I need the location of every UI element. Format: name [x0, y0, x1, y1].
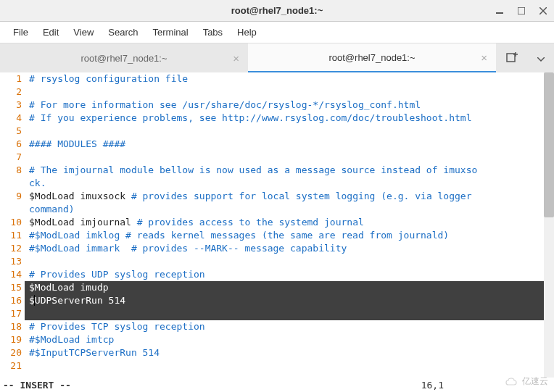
- watermark: 亿速云: [505, 375, 548, 388]
- new-tab-button[interactable]: [506, 51, 518, 65]
- line-number: 7: [0, 151, 22, 164]
- line-number: 4: [0, 112, 22, 125]
- line-number: 19: [0, 333, 22, 346]
- menu-help[interactable]: Help: [230, 24, 264, 41]
- comment-text: # For more information see /usr/share/do…: [29, 99, 421, 110]
- menu-search[interactable]: Search: [101, 24, 145, 41]
- line-number: 21: [0, 359, 22, 372]
- comment-text: #$ModLoad imtcp: [29, 334, 114, 345]
- cursor-position: 16,1: [421, 380, 444, 391]
- tab-label: root@rhel7_node1:~: [328, 52, 415, 63]
- terminal-tab-1[interactable]: root@rhel7_node1:~ ×: [0, 43, 248, 72]
- code-line[interactable]: command): [25, 203, 544, 216]
- line-number: 18: [0, 320, 22, 333]
- close-icon: [539, 7, 547, 14]
- vertical-scrollbar[interactable]: [544, 72, 554, 378]
- line-number: 10: [0, 216, 22, 229]
- tabbar: root@rhel7_node1:~ × root@rhel7_node1:~ …: [0, 43, 554, 72]
- editor-area[interactable]: 123456789101112131415161718192021 # rsys…: [0, 72, 554, 378]
- vim-mode: -- INSERT --: [3, 380, 71, 391]
- code-line[interactable]: #$ModLoad imtcp: [25, 333, 544, 346]
- code-line[interactable]: #### MODULES ####: [25, 138, 544, 151]
- menu-tabs[interactable]: Tabs: [196, 24, 230, 41]
- comment-text: command): [29, 204, 75, 214]
- code-line[interactable]: [25, 151, 544, 164]
- tab-menu-button[interactable]: [537, 52, 545, 64]
- line-number: [0, 203, 22, 216]
- menu-edit[interactable]: Edit: [36, 24, 66, 41]
- line-number: 8: [0, 164, 22, 177]
- scrollbar-thumb[interactable]: [544, 72, 554, 217]
- watermark-text: 亿速云: [522, 375, 548, 388]
- code-line[interactable]: # If you experience problems, see http:/…: [25, 112, 544, 125]
- code-line[interactable]: [25, 255, 544, 268]
- code-content[interactable]: # rsyslog configuration file# For more i…: [25, 72, 544, 372]
- comment-text: # Provides TCP syslog reception: [29, 321, 205, 332]
- window-title: root@rhel7_node1:~: [231, 5, 323, 16]
- maximize-icon: [518, 7, 525, 14]
- code-text: $ModLoad imjournal: [29, 217, 137, 228]
- line-number: 5: [0, 125, 22, 138]
- comment-text: #$InputTCPServerRun 514: [29, 347, 160, 358]
- minimize-icon: [496, 7, 503, 14]
- comment-text: # The imjournal module bellow is now use…: [29, 164, 477, 175]
- maximize-button[interactable]: [510, 0, 532, 22]
- comment-text: # provides access to the systemd journal: [137, 217, 364, 228]
- code-line[interactable]: #$InputTCPServerRun 514: [25, 346, 544, 359]
- comment-text: ck.: [29, 178, 46, 188]
- code-line[interactable]: # Provides TCP syslog reception: [25, 320, 544, 333]
- tab-close-button[interactable]: ×: [481, 51, 487, 64]
- comment-text: # provides support for local system logg…: [131, 191, 477, 201]
- line-number: 13: [0, 255, 22, 268]
- code-line[interactable]: ck.: [25, 177, 544, 190]
- close-button[interactable]: [532, 0, 554, 22]
- line-number: 15: [0, 281, 22, 294]
- code-line[interactable]: [25, 359, 544, 372]
- code-line[interactable]: [25, 125, 544, 138]
- line-number: 9: [0, 190, 22, 203]
- code-text: $ModLoad imuxsock: [29, 191, 131, 201]
- line-number: 17: [0, 307, 22, 320]
- code-line[interactable]: # The imjournal module bellow is now use…: [25, 164, 544, 177]
- tab-close-button[interactable]: ×: [233, 52, 239, 64]
- menu-terminal[interactable]: Terminal: [146, 24, 196, 41]
- comment-text: # If you experience problems, see http:/…: [29, 112, 471, 123]
- line-number: 12: [0, 242, 22, 255]
- svg-rect-0: [496, 12, 503, 14]
- code-line[interactable]: #$ModLoad imklog # reads kernel messages…: [25, 229, 544, 242]
- line-number: 16: [0, 294, 22, 307]
- tab-actions: [496, 43, 554, 72]
- code-line[interactable]: [25, 86, 544, 99]
- line-number: 3: [0, 99, 22, 112]
- code-line[interactable]: $ModLoad imudp: [25, 281, 544, 294]
- window-titlebar: root@rhel7_node1:~: [0, 0, 554, 22]
- comment-text: #$ModLoad immark # provides --MARK-- mes…: [29, 243, 347, 254]
- code-line[interactable]: # Provides UDP syslog reception: [25, 268, 544, 281]
- menu-file[interactable]: File: [6, 24, 36, 41]
- code-line[interactable]: # For more information see /usr/share/do…: [25, 99, 544, 112]
- code-line[interactable]: $ModLoad imuxsock # provides support for…: [25, 190, 544, 203]
- code-line[interactable]: # rsyslog configuration file: [25, 72, 544, 86]
- new-tab-icon: [506, 51, 518, 63]
- tab-label: root@rhel7_node1:~: [80, 53, 167, 64]
- code-line[interactable]: #$ModLoad immark # provides --MARK-- mes…: [25, 242, 544, 255]
- terminal-tab-2[interactable]: root@rhel7_node1:~ ×: [248, 43, 496, 72]
- code-text: $ModLoad imudp: [29, 282, 109, 293]
- code-line[interactable]: $ModLoad imjournal # provides access to …: [25, 216, 544, 229]
- line-number: [0, 177, 22, 190]
- line-number: 11: [0, 229, 22, 242]
- code-line[interactable]: $UDPServerRun 514: [25, 294, 544, 307]
- line-number: 2: [0, 86, 22, 99]
- minimize-button[interactable]: [489, 0, 510, 22]
- window-controls: [489, 0, 554, 22]
- comment-text: #### MODULES ####: [29, 138, 125, 149]
- line-number: 20: [0, 346, 22, 359]
- menu-view[interactable]: View: [66, 24, 101, 41]
- line-number: 14: [0, 268, 22, 281]
- menubar: File Edit View Search Terminal Tabs Help: [0, 22, 554, 43]
- line-number: 6: [0, 138, 22, 151]
- code-line[interactable]: [25, 307, 544, 320]
- chevron-down-icon: [537, 57, 545, 62]
- svg-rect-1: [518, 7, 525, 14]
- comment-text: #$ModLoad imklog # reads kernel messages…: [29, 230, 449, 241]
